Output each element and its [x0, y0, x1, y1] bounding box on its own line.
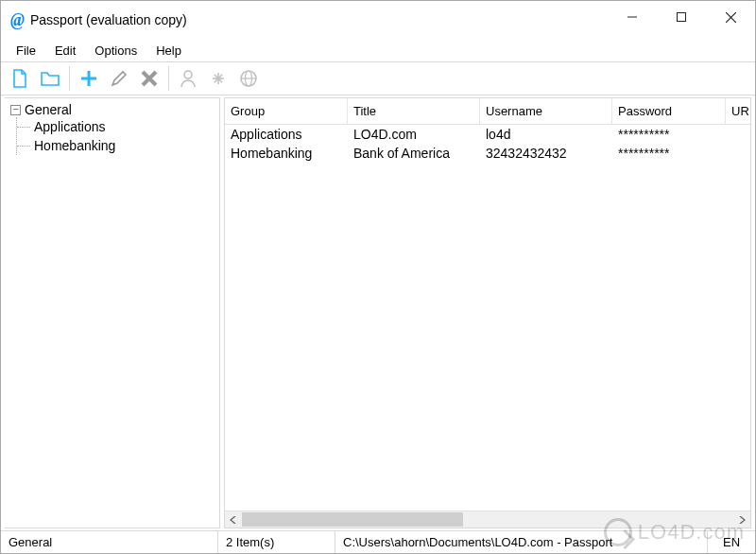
- list-row[interactable]: Homebanking Bank of America 32432432432 …: [225, 144, 750, 163]
- column-title[interactable]: Title: [348, 98, 480, 124]
- list-panel: Group Title Username Password UR Applica…: [224, 97, 751, 528]
- edit-entry-button[interactable]: [105, 64, 133, 93]
- cell-url: [726, 144, 750, 163]
- cell-group: Applications: [225, 125, 348, 144]
- svg-rect-1: [678, 13, 686, 22]
- tree-item-homebanking[interactable]: Homebanking: [17, 136, 214, 155]
- new-document-button[interactable]: [6, 64, 34, 93]
- status-path: C:\Users\ahorn\Documents\LO4D.com - Pass…: [335, 531, 708, 553]
- toolbar-separator: [69, 66, 70, 91]
- menu-options[interactable]: Options: [85, 41, 146, 61]
- cell-group: Homebanking: [225, 144, 348, 163]
- titlebar: @ Passport (evaluation copy): [1, 1, 755, 39]
- minimize-button[interactable]: [608, 1, 657, 33]
- status-language: EN: [708, 531, 755, 553]
- scroll-track[interactable]: [242, 511, 733, 528]
- horizontal-scrollbar[interactable]: [225, 511, 750, 528]
- column-url[interactable]: UR: [726, 98, 751, 124]
- maximize-button[interactable]: [657, 1, 706, 33]
- menu-file[interactable]: File: [7, 41, 45, 61]
- tree-item-applications[interactable]: Applications: [17, 117, 214, 136]
- cell-password: **********: [612, 125, 726, 144]
- tree-item-label: Applications: [34, 119, 106, 134]
- user-button[interactable]: [174, 64, 202, 93]
- statusbar: General 2 Item(s) C:\Users\ahorn\Documen…: [1, 530, 755, 553]
- close-button[interactable]: [706, 1, 755, 33]
- tree-item-label: Homebanking: [34, 138, 115, 153]
- toolbar: [1, 61, 755, 95]
- delete-entry-button[interactable]: [135, 64, 163, 93]
- cell-title: Bank of America: [348, 144, 480, 163]
- window-title: Passport (evaluation copy): [30, 12, 187, 27]
- status-group: General: [1, 531, 218, 553]
- cell-username: lo4d: [480, 125, 612, 144]
- cell-url: [726, 125, 750, 144]
- column-group[interactable]: Group: [225, 98, 348, 124]
- tree-root-item[interactable]: − General: [10, 102, 214, 117]
- menubar: File Edit Options Help: [1, 39, 755, 61]
- tree-collapse-icon[interactable]: −: [10, 105, 21, 115]
- cell-username: 32432432432: [480, 144, 612, 163]
- window-controls: [608, 1, 755, 39]
- tree-root-label: General: [25, 102, 72, 117]
- app-icon: @: [10, 10, 25, 30]
- list-body[interactable]: Applications LO4D.com lo4d ********** Ho…: [225, 125, 750, 511]
- menu-help[interactable]: Help: [146, 41, 191, 61]
- list-row[interactable]: Applications LO4D.com lo4d **********: [225, 125, 750, 144]
- tree-panel[interactable]: − General Applications Homebanking: [5, 97, 220, 528]
- toolbar-separator: [168, 66, 169, 91]
- scroll-thumb[interactable]: [242, 512, 463, 527]
- status-item-count: 2 Item(s): [218, 531, 335, 553]
- tree-children: Applications Homebanking: [16, 117, 214, 155]
- svg-point-8: [184, 71, 192, 78]
- web-button[interactable]: [234, 64, 263, 93]
- scroll-right-icon[interactable]: [733, 511, 750, 528]
- cell-title: LO4D.com: [348, 125, 480, 144]
- column-password[interactable]: Password: [612, 98, 726, 124]
- scroll-left-icon[interactable]: [225, 511, 242, 528]
- password-button[interactable]: [204, 64, 232, 93]
- column-username[interactable]: Username: [480, 98, 612, 124]
- list-header: Group Title Username Password UR: [225, 98, 750, 125]
- open-folder-button[interactable]: [36, 64, 64, 93]
- content-area: − General Applications Homebanking Group…: [1, 95, 755, 530]
- cell-password: **********: [612, 144, 726, 163]
- app-window: @ Passport (evaluation copy) File Edit O…: [0, 0, 756, 554]
- menu-edit[interactable]: Edit: [45, 41, 85, 61]
- add-entry-button[interactable]: [75, 64, 103, 93]
